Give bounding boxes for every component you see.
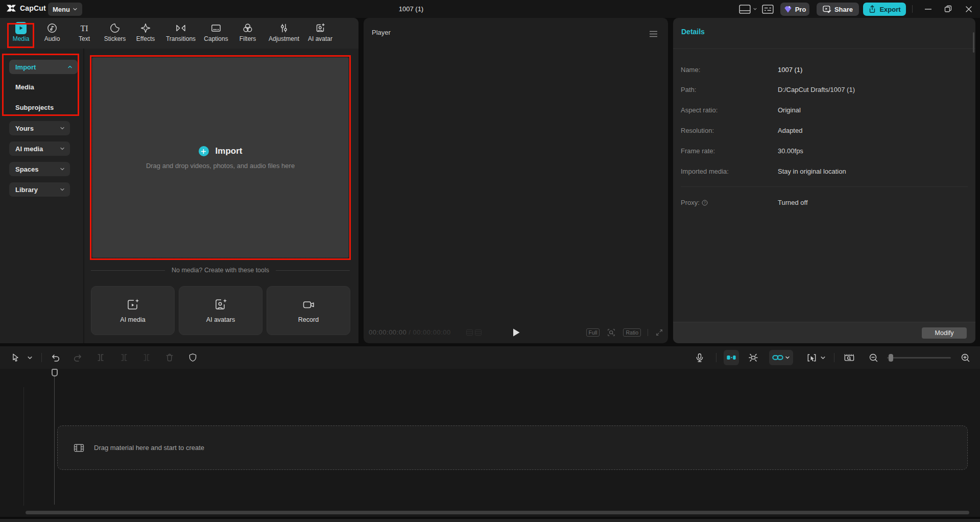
- redo-icon: [73, 352, 83, 363]
- svg-text:?: ?: [704, 201, 706, 204]
- detail-label: Path:: [681, 86, 696, 93]
- export-button[interactable]: Export: [863, 3, 906, 16]
- timeline-drop-zone[interactable]: Drag material here and start to create: [57, 425, 968, 470]
- close-button[interactable]: [965, 0, 972, 18]
- import-drop-area[interactable]: Import Drag and drop videos, photos, and…: [92, 57, 349, 258]
- tab-label: Captions: [204, 35, 228, 42]
- modify-button[interactable]: Modify: [922, 327, 967, 339]
- voiceover-button[interactable]: [694, 352, 705, 363]
- ratio-badge[interactable]: Ratio: [623, 328, 641, 337]
- unlink-burst-icon: [748, 352, 759, 363]
- timecode: 00:00:00:00 / 00:00:00:00: [369, 328, 451, 336]
- minimize-icon: [924, 5, 932, 13]
- tab-label: Adjustment: [269, 35, 299, 42]
- detail-row-aspect-ratio: Aspect ratio: Original: [681, 106, 967, 115]
- panel-tabs: Media Audio TI Text Stickers Effects Tra…: [0, 18, 358, 49]
- share-label: Share: [834, 6, 853, 13]
- unlink-button[interactable]: [748, 352, 759, 363]
- import-cta[interactable]: Import: [92, 146, 348, 156]
- player-menu-button[interactable]: [649, 31, 658, 37]
- sidebar-item-spaces[interactable]: Spaces: [9, 162, 70, 176]
- player-controls: 00:00:00:00 / 00:00:00:00 Full Ratio: [364, 322, 668, 343]
- timeline-scrollbar[interactable]: [26, 511, 969, 514]
- select-range-button[interactable]: [806, 352, 817, 363]
- detail-label: Resolution:: [681, 127, 714, 134]
- sidebar-item-import[interactable]: Import: [9, 60, 78, 74]
- pro-button[interactable]: Pro: [780, 3, 809, 16]
- share-icon: [823, 6, 831, 13]
- close-icon: [965, 6, 972, 13]
- zoom-out-button[interactable]: [868, 352, 879, 363]
- select-range-chevron[interactable]: [819, 352, 826, 363]
- menu-button[interactable]: Menu: [48, 3, 82, 16]
- sidebar-item-subprojects[interactable]: Subprojects: [9, 100, 54, 114]
- select-tool-chevron[interactable]: [26, 352, 33, 363]
- capcut-logo-icon: [6, 4, 16, 12]
- mask-tool-button[interactable]: [187, 352, 198, 363]
- ruler-zoom-icon: [844, 352, 855, 363]
- split-right-icon: [141, 352, 152, 363]
- chevron-down-icon: [73, 7, 78, 12]
- toolbar-separator: [834, 353, 834, 362]
- sidebar-item-media[interactable]: Media: [9, 80, 34, 94]
- undo-button[interactable]: [50, 352, 61, 363]
- ai-avatars-card[interactable]: AI avatars: [179, 286, 262, 335]
- record-card[interactable]: Record: [267, 286, 350, 335]
- timeline-zoom-slider[interactable]: [887, 357, 951, 359]
- timeline-zoom-slider-handle[interactable]: [889, 354, 893, 362]
- ai-media-card[interactable]: AI media: [91, 286, 175, 335]
- redo-button[interactable]: [72, 352, 83, 363]
- minimize-button[interactable]: [924, 0, 932, 18]
- auto-snap-button[interactable]: [724, 350, 739, 365]
- layout-toggle-button[interactable]: [739, 0, 751, 18]
- playhead-line: [54, 376, 55, 505]
- stickers-icon: [109, 22, 121, 34]
- fullscreen-icon[interactable]: [655, 328, 664, 337]
- sidebar-label: Media: [15, 83, 34, 91]
- player-title: Player: [372, 29, 391, 36]
- tab-label: Filters: [240, 35, 256, 42]
- detail-value: Original: [778, 106, 801, 114]
- sidebar-item-ai-media[interactable]: AI media: [9, 141, 70, 156]
- detail-row-imported-media: Imported media: Stay in original locatio…: [681, 168, 967, 177]
- chevron-down-icon: [27, 355, 33, 361]
- effects-icon: [140, 22, 151, 34]
- split-left-button[interactable]: [95, 352, 106, 363]
- import-hint: Drag and drop videos, photos, and audio …: [92, 162, 348, 170]
- play-button[interactable]: [512, 328, 520, 337]
- detail-row-name: Name: 1007 (1): [681, 66, 967, 75]
- tab-label: AI avatar: [308, 35, 332, 42]
- zoom-frame-icon[interactable]: [606, 327, 616, 338]
- film-icon: [74, 443, 84, 453]
- export-label: Export: [879, 6, 900, 13]
- timecode-total: 00:00:00:00: [413, 328, 451, 336]
- delete-button[interactable]: [164, 352, 175, 363]
- split-button[interactable]: [118, 352, 130, 363]
- details-panel: Details Name: 1007 (1) Path: D:/CapCut D…: [673, 18, 975, 343]
- app-name: CapCut: [20, 4, 46, 12]
- sidebar-item-library[interactable]: Library: [9, 182, 70, 197]
- chevron-down-icon: [753, 7, 757, 11]
- capcut-window: CapCut Menu 1007 (1) Pro Share Export: [0, 0, 980, 522]
- sidebar-item-yours[interactable]: Yours: [9, 121, 70, 135]
- zoom-in-button[interactable]: [960, 352, 971, 363]
- player-controls-separator: [648, 329, 648, 336]
- details-scrollbar[interactable]: [973, 32, 974, 53]
- split-right-button[interactable]: [141, 352, 152, 363]
- select-tool-button[interactable]: [10, 352, 21, 363]
- pro-gem-icon: [784, 6, 792, 13]
- chevron-down-icon: [60, 167, 65, 172]
- shortcuts-button[interactable]: [762, 0, 774, 18]
- maximize-button[interactable]: [944, 0, 952, 18]
- tab-ai-avatar[interactable]: AI avatar: [299, 18, 342, 49]
- full-badge[interactable]: Full: [586, 328, 600, 337]
- preview-axis-button[interactable]: [844, 352, 855, 363]
- link-button[interactable]: [769, 350, 793, 365]
- share-button[interactable]: Share: [817, 3, 859, 16]
- transitions-icon: [175, 22, 186, 34]
- no-media-divider: No media? Create with these tools: [91, 267, 350, 274]
- ai-avatar-icon: [315, 22, 326, 34]
- detail-row-proxy: Proxy:? Turned off: [681, 199, 967, 208]
- layout-chevron-button[interactable]: [753, 0, 757, 18]
- playhead-handle[interactable]: [52, 369, 58, 376]
